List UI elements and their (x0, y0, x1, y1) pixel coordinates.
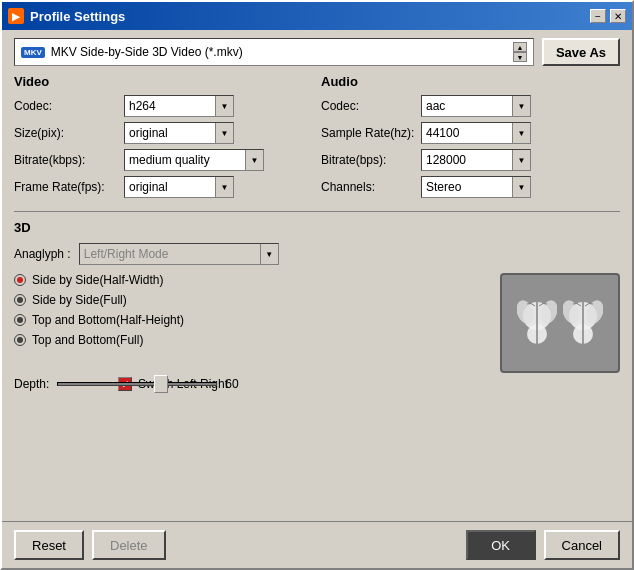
anaglyph-dropdown[interactable]: Left/Right Mode ▼ (79, 243, 279, 265)
threed-content: Side by Side(Half-Width) Side by Side(Fu… (14, 273, 620, 373)
slider-thumb[interactable] (154, 375, 168, 393)
mkv-icon: MKV (21, 47, 45, 58)
video-codec-value: h264 (125, 99, 215, 113)
radio-top-bottom-full[interactable]: Top and Bottom(Full) (14, 333, 488, 347)
dialog-window: ▶ Profile Settings − ✕ MKV MKV Side-by-S… (0, 0, 634, 570)
audio-bitrate-label: Bitrate(bps): (321, 153, 421, 167)
video-framerate-row: Frame Rate(fps): original ▼ (14, 176, 313, 198)
audio-channels-label: Channels: (321, 180, 421, 194)
title-bar: ▶ Profile Settings − ✕ (2, 2, 632, 30)
radio-side-by-side-half[interactable]: Side by Side(Half-Width) (14, 273, 488, 287)
audio-samplerate-row: Sample Rate(hz): 44100 ▼ (321, 122, 620, 144)
audio-codec-label: Codec: (321, 99, 421, 113)
video-framerate-value: original (125, 180, 215, 194)
delete-button[interactable]: Delete (92, 530, 166, 560)
audio-codec-row: Codec: aac ▼ (321, 95, 620, 117)
video-bitrate-row: Bitrate(kbps): medium quality ▼ (14, 149, 313, 171)
spin-down[interactable]: ▼ (513, 52, 527, 62)
audio-channels-value: Stereo (422, 180, 512, 194)
radio-label-3: Top and Bottom(Full) (32, 333, 143, 347)
depth-section: Depth: 60 (14, 377, 106, 391)
video-size-value: original (125, 126, 215, 140)
profile-select[interactable]: MKV MKV Side-by-Side 3D Video (*.mkv) ▲ … (14, 38, 534, 66)
profile-name: MKV Side-by-Side 3D Video (*.mkv) (51, 45, 507, 59)
audio-bitrate-arrow[interactable]: ▼ (512, 150, 530, 170)
spin-up[interactable]: ▲ (513, 42, 527, 52)
close-button[interactable]: ✕ (610, 9, 626, 23)
threed-title: 3D (14, 220, 620, 235)
video-bitrate-label: Bitrate(kbps): (14, 153, 124, 167)
video-bitrate-dropdown[interactable]: medium quality ▼ (124, 149, 264, 171)
radio-dot-0[interactable] (14, 274, 26, 286)
reset-button[interactable]: Reset (14, 530, 84, 560)
window-title: Profile Settings (30, 9, 125, 24)
audio-channels-row: Channels: Stereo ▼ (321, 176, 620, 198)
preview-box (500, 273, 620, 373)
app-icon: ▶ (8, 8, 24, 24)
radio-dot-1[interactable] (14, 294, 26, 306)
audio-codec-value: aac (422, 99, 512, 113)
video-size-label: Size(pix): (14, 126, 124, 140)
radio-top-bottom-half[interactable]: Top and Bottom(Half-Height) (14, 313, 488, 327)
audio-panel: Audio Codec: aac ▼ Sample Rate(hz): 4410… (321, 74, 620, 203)
audio-channels-dropdown[interactable]: Stereo ▼ (421, 176, 531, 198)
video-framerate-arrow[interactable]: ▼ (215, 177, 233, 197)
minimize-button[interactable]: − (590, 9, 606, 23)
audio-samplerate-label: Sample Rate(hz): (321, 126, 421, 140)
video-codec-dropdown[interactable]: h264 ▼ (124, 95, 234, 117)
audio-codec-arrow[interactable]: ▼ (512, 96, 530, 116)
title-bar-left: ▶ Profile Settings (8, 8, 125, 24)
profile-row: MKV MKV Side-by-Side 3D Video (*.mkv) ▲ … (14, 38, 620, 66)
radio-side-by-side-full[interactable]: Side by Side(Full) (14, 293, 488, 307)
depth-label: Depth: (14, 377, 49, 391)
anaglyph-row: Anaglyph : Left/Right Mode ▼ (14, 243, 620, 265)
video-bitrate-arrow[interactable]: ▼ (245, 150, 263, 170)
right-buttons: OK Cancel (466, 530, 620, 560)
anaglyph-label: Anaglyph : (14, 247, 71, 261)
anaglyph-value: Left/Right Mode (80, 247, 260, 261)
audio-codec-dropdown[interactable]: aac ▼ (421, 95, 531, 117)
radio-dot-3[interactable] (14, 334, 26, 346)
butterfly-left-icon (517, 298, 557, 348)
save-as-button[interactable]: Save As (542, 38, 620, 66)
depth-switch-row: Depth: 60 Switch Left Right (14, 377, 620, 391)
audio-bitrate-row: Bitrate(bps): 128000 ▼ (321, 149, 620, 171)
radio-label-0: Side by Side(Half-Width) (32, 273, 163, 287)
video-section-title: Video (14, 74, 313, 89)
video-bitrate-value: medium quality (125, 153, 245, 167)
video-codec-label: Codec: (14, 99, 124, 113)
butterfly-right-icon (563, 298, 603, 348)
title-controls: − ✕ (590, 9, 626, 23)
anaglyph-arrow[interactable]: ▼ (260, 244, 278, 264)
video-framerate-dropdown[interactable]: original ▼ (124, 176, 234, 198)
audio-channels-arrow[interactable]: ▼ (512, 177, 530, 197)
left-buttons: Reset Delete (14, 530, 166, 560)
video-codec-row: Codec: h264 ▼ (14, 95, 313, 117)
dialog-content: MKV MKV Side-by-Side 3D Video (*.mkv) ▲ … (2, 30, 632, 521)
audio-section-title: Audio (321, 74, 620, 89)
audio-samplerate-value: 44100 (422, 126, 512, 140)
cancel-button[interactable]: Cancel (544, 530, 620, 560)
radio-dot-2[interactable] (14, 314, 26, 326)
settings-panels: Video Codec: h264 ▼ Size(pix): original … (14, 74, 620, 203)
video-size-dropdown[interactable]: original ▼ (124, 122, 234, 144)
audio-samplerate-dropdown[interactable]: 44100 ▼ (421, 122, 531, 144)
video-panel: Video Codec: h264 ▼ Size(pix): original … (14, 74, 313, 203)
threed-radio-group: Side by Side(Half-Width) Side by Side(Fu… (14, 273, 488, 373)
audio-bitrate-value: 128000 (422, 153, 512, 167)
butterfly-preview (517, 298, 603, 348)
radio-label-1: Side by Side(Full) (32, 293, 127, 307)
radio-label-2: Top and Bottom(Half-Height) (32, 313, 184, 327)
threed-section: 3D Anaglyph : Left/Right Mode ▼ Side by … (14, 211, 620, 513)
video-codec-arrow[interactable]: ▼ (215, 96, 233, 116)
ok-button[interactable]: OK (466, 530, 536, 560)
video-framerate-label: Frame Rate(fps): (14, 180, 124, 194)
video-size-arrow[interactable]: ▼ (215, 123, 233, 143)
video-size-row: Size(pix): original ▼ (14, 122, 313, 144)
button-bar: Reset Delete OK Cancel (2, 521, 632, 568)
audio-bitrate-dropdown[interactable]: 128000 ▼ (421, 149, 531, 171)
profile-spinner[interactable]: ▲ ▼ (513, 42, 527, 62)
depth-slider[interactable] (57, 382, 217, 386)
audio-samplerate-arrow[interactable]: ▼ (512, 123, 530, 143)
